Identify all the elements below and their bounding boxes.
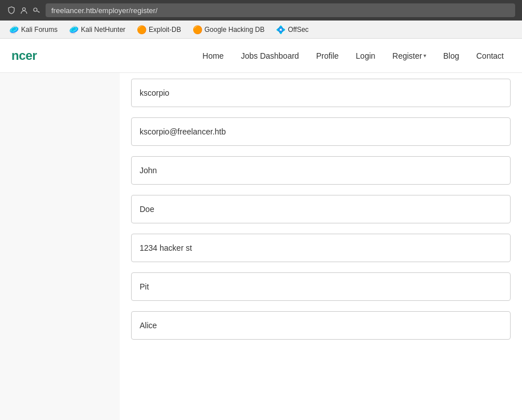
site-nav: Home Jobs Dashboard Profile Login Regist… [195, 47, 511, 65]
nav-jobs-dashboard[interactable]: Jobs Dashboard [234, 47, 306, 65]
address-bar[interactable]: freelancer.htb/employer/register/ [46, 3, 515, 17]
firstname-input[interactable] [131, 156, 511, 185]
bookmark-label: OffSec [288, 26, 308, 34]
address-input[interactable] [131, 234, 511, 262]
bookmark-label: Google Hacking DB [205, 26, 264, 34]
bookmark-label: Exploit-DB [149, 26, 181, 34]
shield-icon [7, 6, 16, 15]
field-state [131, 311, 511, 340]
nav-blog[interactable]: Blog [437, 47, 466, 65]
nav-profile[interactable]: Profile [309, 47, 346, 65]
browser-bar: freelancer.htb/employer/register/ [0, 0, 522, 21]
browser-security-icons [7, 6, 41, 15]
bookmark-exploit-db[interactable]: 🟠 Exploit-DB [132, 24, 186, 35]
state-input[interactable] [131, 311, 511, 340]
kali-forums-icon: 🥏 [9, 25, 19, 34]
exploit-db-icon: 🟠 [137, 25, 146, 34]
bookmark-kali-forums[interactable]: 🥏 Kali Forums [5, 24, 62, 35]
field-firstname [131, 156, 511, 185]
site-header: ncer Home Jobs Dashboard Profile Login R… [0, 39, 522, 73]
main-content [0, 73, 522, 420]
bookmark-label: Kali NetHunter [81, 26, 125, 34]
kali-nethunter-icon: 🥏 [69, 25, 79, 34]
lastname-input[interactable] [131, 195, 511, 223]
field-lastname [131, 195, 511, 223]
field-city [131, 272, 511, 301]
bookmark-kali-nethunter[interactable]: 🥏 Kali NetHunter [64, 24, 130, 35]
sidebar [0, 73, 120, 420]
svg-point-1 [34, 8, 37, 11]
city-input[interactable] [131, 272, 511, 301]
person-icon [19, 6, 28, 15]
site-logo: ncer [11, 48, 36, 63]
google-hacking-icon: 🟠 [193, 25, 202, 34]
field-address [131, 234, 511, 262]
bookmark-offsec[interactable]: 💠 OffSec [271, 24, 313, 35]
nav-register[interactable]: Register ▾ [386, 47, 433, 65]
svg-point-0 [23, 8, 26, 11]
nav-home[interactable]: Home [195, 47, 230, 65]
bookmark-label: Kali Forums [21, 26, 58, 34]
nav-contact[interactable]: Contact [470, 47, 511, 65]
username-input[interactable] [131, 79, 511, 107]
field-email [131, 117, 511, 146]
nav-login[interactable]: Login [349, 47, 382, 65]
bookmarks-bar: 🥏 Kali Forums 🥏 Kali NetHunter 🟠 Exploit… [0, 21, 522, 39]
offsec-icon: 💠 [276, 25, 286, 34]
url-text: freelancer.htb/employer/register/ [51, 6, 157, 15]
logo-text: ncer [11, 48, 36, 63]
field-username [131, 79, 511, 107]
email-input[interactable] [131, 117, 511, 146]
register-dropdown-arrow: ▾ [423, 52, 426, 59]
form-area [120, 73, 522, 420]
key-icon [32, 6, 41, 15]
bookmark-google-hacking-db[interactable]: 🟠 Google Hacking DB [188, 24, 269, 35]
